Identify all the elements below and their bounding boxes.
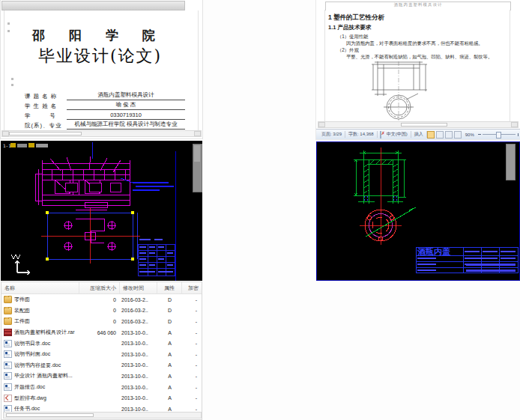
status-insert-mode[interactable]: 插入 xyxy=(411,131,427,138)
file-row[interactable]: 装配图 0 2016-03-2.. D - xyxy=(1,305,202,317)
view-fullscreen-button[interactable] xyxy=(436,131,444,139)
screenshot-canvas: 邵 阳 学 院 毕业设计(论文) 课 题 名 称 酒瓶内盖塑料模具设计 学 生 … xyxy=(0,0,520,420)
file-name: 酒瓶内盖塑料模具设计.rar xyxy=(14,329,75,336)
file-encrypted: - xyxy=(182,385,202,390)
file-row[interactable]: 开题报告.doc 2013-10-0.. A - xyxy=(1,382,202,393)
file-list-header: 名称 压缩后大小 修改时间 属性 加密 xyxy=(1,282,202,294)
column-header-time[interactable]: 修改时间 xyxy=(120,282,157,293)
folder-icon xyxy=(4,296,12,303)
status-word-count[interactable]: 字数: 14,368 xyxy=(345,131,378,138)
file-attr: A xyxy=(157,341,182,346)
file-attr: A xyxy=(157,395,182,401)
file-row[interactable]: 酒瓶内盖塑料模具设计.rar 646 060 2013-10-0.. A - xyxy=(1,327,202,338)
section-heading: 1 塑件的工艺性分析 xyxy=(328,13,384,22)
doc-file-icon xyxy=(4,383,12,391)
file-attr: A xyxy=(157,407,182,412)
subsection-heading: 1.1 产品技术要求 xyxy=(328,24,372,31)
file-row[interactable]: 型腔排布.dwg 2013-10-0.. A - xyxy=(1,392,202,404)
file-time: 2016-03-2.. xyxy=(120,297,157,302)
field-label: 院(系)、专业 xyxy=(25,122,67,130)
file-time: 2013-10-0.. xyxy=(120,330,157,335)
file-attr: A xyxy=(157,362,182,368)
file-name: 说明书目录.doc xyxy=(14,340,50,347)
cover-field-row: 学 号 0330719310 xyxy=(25,110,185,120)
file-name: 说明书封面.doc xyxy=(14,350,50,358)
cad-status-badge xyxy=(10,143,16,147)
cover-document-panel: 邵 阳 学 院 毕业设计(论文) 课 题 名 称 酒瓶内盖塑料模具设计 学 生 … xyxy=(1,0,202,139)
cad-assembly-drawing: 1-1 xyxy=(1,141,202,281)
file-encrypted: - xyxy=(182,362,202,368)
status-page-count[interactable]: 页面: 3/29 xyxy=(318,131,345,138)
column-header-encrypted[interactable]: 加密 xyxy=(182,282,202,293)
horizontal-scrollbar[interactable] xyxy=(1,130,202,137)
content-document-panel: 酒瓶内盖塑料模具设计 1 塑件的工艺性分析 1.1 产品技术要求 （1）使用性能… xyxy=(316,0,520,139)
column-header-name[interactable]: 名称 xyxy=(1,282,79,293)
cover-field-row: 学 生 姓 名 喻 俊 杰 xyxy=(25,100,185,110)
doc-file-icon xyxy=(4,362,12,369)
file-encrypted: - xyxy=(182,297,202,302)
file-encrypted: - xyxy=(182,374,202,379)
dwg-file-icon xyxy=(4,395,12,402)
paragraph-mark xyxy=(11,78,13,80)
scrollbar-thumb[interactable] xyxy=(401,123,447,127)
file-row[interactable]: 说明书内容提要.doc 2013-10-0.. A - xyxy=(1,360,202,371)
paragraph-mark xyxy=(11,84,13,86)
file-row[interactable]: 说明书目录.doc 2013-10-0.. A - xyxy=(1,338,202,349)
file-row[interactable]: 说明书封面.doc 2013-10-0.. A - xyxy=(1,349,202,360)
horizontal-scrollbar[interactable] xyxy=(3,412,202,419)
field-value: 喻 俊 杰 xyxy=(67,101,185,110)
file-name: 开题报告.doc xyxy=(14,383,45,391)
list-item-label: （1）使用性能 xyxy=(337,34,368,40)
field-value: 0330719310 xyxy=(67,112,185,120)
school-title: 邵 阳 学 院 xyxy=(1,27,196,44)
field-label: 学 生 姓 名 xyxy=(25,103,67,110)
status-right-group: 90% xyxy=(427,131,520,139)
field-value: 机械与能源工程学院 模具设计与制造专业 xyxy=(67,121,185,130)
horizontal-scrollbar[interactable] xyxy=(318,121,519,128)
view-print-layout-button[interactable] xyxy=(427,131,435,139)
scroll-right-arrow[interactable] xyxy=(511,122,518,127)
file-time: 2013-10-0.. xyxy=(120,374,157,379)
view-draft-button[interactable] xyxy=(454,131,462,139)
file-attr: D xyxy=(157,297,182,302)
file-row[interactable]: 零件图 0 2016-03-2.. D - xyxy=(1,294,202,305)
scrollbar-thumb[interactable] xyxy=(6,413,94,417)
field-label: 课 题 名 称 xyxy=(25,93,67,100)
file-name: 零件图 xyxy=(14,296,30,303)
cover-fields: 课 题 名 称 酒瓶内盖塑料模具设计 学 生 姓 名 喻 俊 杰 学 号 033… xyxy=(25,91,185,130)
scroll-right-arrow[interactable] xyxy=(194,131,201,136)
list-item-label: （2）外观 xyxy=(337,47,359,54)
file-name: 说明书内容提要.doc xyxy=(14,362,61,369)
scroll-left-arrow[interactable] xyxy=(2,131,9,136)
zoom-slider[interactable] xyxy=(478,131,520,138)
file-attr: A xyxy=(157,352,182,357)
zoom-percentage[interactable]: 90% xyxy=(463,133,477,137)
proofing-error-icon[interactable] xyxy=(380,131,381,139)
rar-archive-icon xyxy=(4,329,12,336)
file-attr: A xyxy=(157,374,182,379)
view-web-layout-button[interactable] xyxy=(445,131,453,139)
cad-scrollbar[interactable] xyxy=(506,144,515,180)
status-language[interactable]: 中文(中国) xyxy=(384,131,411,138)
file-row[interactable]: 毕业设计 酒瓶内盖塑料... 2013-10-0.. A - xyxy=(1,371,202,382)
scrollbar-thumb[interactable] xyxy=(9,132,82,136)
page-right-edge xyxy=(198,10,199,130)
file-time: 2013-10-0.. xyxy=(120,362,157,368)
scroll-left-arrow[interactable] xyxy=(318,122,325,127)
cad-status-text: 1-1 xyxy=(3,143,11,148)
column-header-size[interactable]: 压缩后大小 xyxy=(79,282,120,293)
file-time: 2013-10-0.. xyxy=(120,341,157,346)
cover-field-row: 院(系)、专业 机械与能源工程学院 模具设计与制造专业 xyxy=(25,120,185,130)
file-attr: D xyxy=(157,308,182,313)
file-encrypted: - xyxy=(182,352,202,357)
file-size: 0 xyxy=(79,319,120,324)
file-time: 2013-10-0.. xyxy=(120,352,157,357)
file-encrypted: - xyxy=(182,330,202,335)
file-encrypted: - xyxy=(182,308,202,313)
page-left-edge xyxy=(324,10,325,122)
file-size: 646 060 xyxy=(79,330,120,335)
file-encrypted: - xyxy=(182,407,202,412)
column-header-attr[interactable]: 属性 xyxy=(157,282,182,293)
zoom-slider-thumb[interactable] xyxy=(496,132,501,139)
file-row[interactable]: 工件图 0 2016-03-2.. D - xyxy=(1,316,202,327)
